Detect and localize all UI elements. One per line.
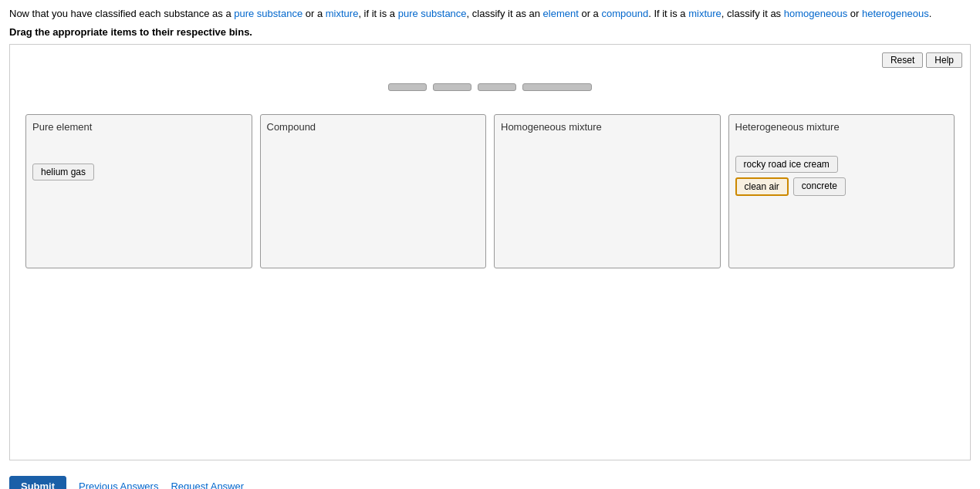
bin-homogeneous-label: Homogeneous mixture (501, 121, 714, 133)
bin-heterogeneous-items: rocky road ice cream clean air concrete (735, 156, 948, 196)
draggable-chip-2[interactable] (433, 83, 471, 91)
draggable-items-area (18, 83, 962, 91)
het-row: clean air concrete (735, 177, 846, 196)
bin-homogeneous[interactable]: Homogeneous mixture (494, 114, 721, 268)
draggable-chip-1[interactable] (388, 83, 427, 91)
chip-clean-air[interactable]: clean air (735, 177, 789, 196)
reset-button[interactable]: Reset (882, 52, 923, 68)
bin-pure-element-label: Pure element (32, 121, 245, 133)
activity-container: Reset Help Pure element helium gas Compo… (9, 44, 971, 460)
bin-compound-label: Compound (267, 121, 480, 133)
chip-rocky-road[interactable]: rocky road ice cream (735, 156, 838, 173)
bin-pure-element[interactable]: Pure element helium gas (25, 114, 252, 268)
chip-concrete[interactable]: concrete (793, 177, 846, 196)
bin-heterogeneous[interactable]: Heterogeneous mixture rocky road ice cre… (728, 114, 955, 268)
instruction-line1: Now that you have classified each substa… (9, 6, 971, 22)
bottom-bar: Submit Previous Answers Request Answer (9, 470, 971, 490)
bins-row: Pure element helium gas Compound Homogen… (25, 114, 955, 268)
drag-instruction: Drag the appropriate items to their resp… (9, 26, 971, 38)
bin-heterogeneous-label: Heterogeneous mixture (735, 121, 948, 133)
bin-pure-element-items: helium gas (32, 164, 245, 180)
draggable-chip-4[interactable] (522, 83, 592, 91)
draggable-chip-3[interactable] (478, 83, 516, 91)
previous-answers-link[interactable]: Previous Answers (79, 481, 158, 490)
help-button[interactable]: Help (926, 52, 962, 68)
bin-compound[interactable]: Compound (260, 114, 487, 268)
request-answer-link[interactable]: Request Answer (171, 481, 244, 490)
top-buttons-area: Reset Help (18, 52, 962, 68)
chip-helium-gas[interactable]: helium gas (32, 164, 94, 180)
submit-button[interactable]: Submit (9, 476, 66, 490)
